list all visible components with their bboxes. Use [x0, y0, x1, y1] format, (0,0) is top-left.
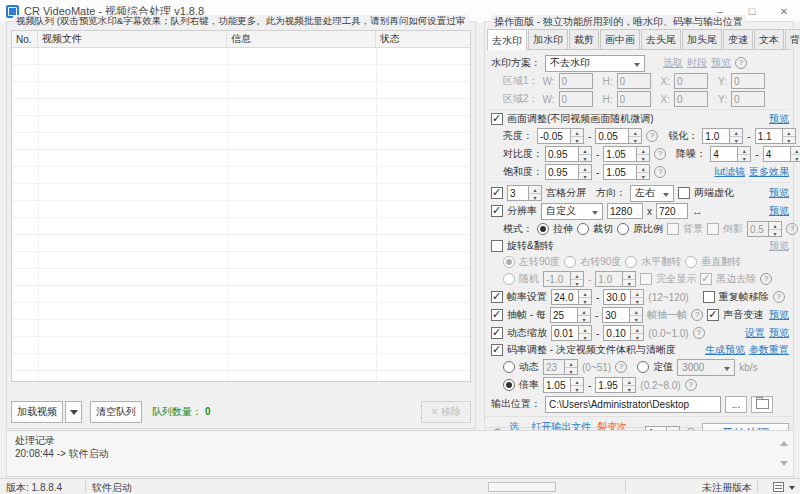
extract-max-input[interactable]: [602, 307, 630, 323]
spinner[interactable]: [631, 289, 644, 305]
tray-grid-icon[interactable]: [773, 482, 784, 492]
framerate-checkbox[interactable]: [491, 291, 503, 303]
extract-preview-link[interactable]: 预览: [769, 308, 789, 322]
spinner[interactable]: [579, 146, 592, 162]
open-folder-button[interactable]: [751, 396, 773, 413]
generate-preview-link[interactable]: 生成预览: [705, 343, 745, 357]
saturation-min-input[interactable]: [545, 164, 579, 180]
browse-button[interactable]: ...: [725, 396, 747, 413]
framerate-min-input[interactable]: [551, 289, 579, 305]
tab-add-ends[interactable]: 加头尾: [682, 29, 722, 49]
tab-add-watermark[interactable]: 加水印: [528, 29, 568, 49]
tab-remove-watermark[interactable]: 去水印: [487, 29, 527, 50]
swap-dimensions-icon[interactable]: ↔: [692, 205, 703, 217]
column-header-no[interactable]: No.: [12, 31, 38, 47]
zoom-max-input[interactable]: [603, 325, 631, 341]
sharpen-max-input[interactable]: [755, 128, 783, 144]
zoom-min-input[interactable]: [551, 325, 579, 341]
resolution-width-input[interactable]: [607, 203, 643, 219]
spinner[interactable]: [783, 128, 796, 144]
resolution-mode-select[interactable]: 自定义: [541, 203, 603, 220]
audio-speed-checkbox[interactable]: [707, 309, 719, 321]
mult-min-input[interactable]: [543, 377, 571, 393]
queue-table[interactable]: No. 视频文件 信息 状态: [11, 30, 471, 382]
help-icon[interactable]: [691, 309, 703, 321]
help-icon[interactable]: [760, 273, 772, 285]
grid-count-input[interactable]: [507, 185, 529, 201]
resolution-preview-link[interactable]: 预览: [769, 204, 789, 218]
resolution-height-input[interactable]: [656, 203, 688, 219]
bitrate-checkbox[interactable]: [491, 344, 503, 356]
help-icon[interactable]: [646, 130, 658, 142]
dup-frame-checkbox[interactable]: [703, 291, 715, 303]
tab-trim-ends[interactable]: 去头尾: [641, 29, 681, 49]
load-video-dropdown-icon[interactable]: [65, 401, 82, 423]
rotate-checkbox[interactable]: [491, 240, 503, 252]
dynamic-zoom-checkbox[interactable]: [491, 327, 503, 339]
spinner[interactable]: [629, 128, 642, 144]
scroll-up-icon[interactable]: [780, 441, 788, 446]
help-icon[interactable]: [654, 148, 666, 160]
spinner[interactable]: [571, 377, 584, 393]
queue-table-body[interactable]: [12, 48, 470, 381]
output-path-input[interactable]: [545, 396, 721, 413]
tab-text[interactable]: 文本: [754, 29, 784, 49]
zoom-settings-link[interactable]: 设置: [745, 326, 765, 340]
ratio-radio[interactable]: [617, 223, 629, 235]
help-icon[interactable]: [615, 361, 627, 373]
column-header-info[interactable]: 信息: [227, 31, 376, 47]
spinner[interactable]: [630, 307, 643, 323]
tab-crop[interactable]: 裁剪: [569, 29, 599, 49]
brightness-min-input[interactable]: [537, 128, 571, 144]
adjust-preview-link[interactable]: 预览: [769, 112, 789, 126]
bitrate-dynamic-radio[interactable]: [503, 361, 515, 373]
grid-split-checkbox[interactable]: [491, 187, 503, 199]
tab-speed[interactable]: 变速: [723, 29, 753, 49]
grid-preview-link[interactable]: 预览: [769, 186, 789, 200]
brightness-max-input[interactable]: [595, 128, 629, 144]
scroll-down-icon[interactable]: [780, 461, 788, 466]
close-icon[interactable]: [768, 0, 800, 22]
spinner[interactable]: [637, 146, 650, 162]
load-video-button[interactable]: 加载视频: [11, 401, 63, 423]
spinner[interactable]: [623, 377, 636, 393]
framerate-max-input[interactable]: [603, 289, 631, 305]
spinner[interactable]: [571, 128, 584, 144]
spinner[interactable]: [730, 128, 743, 144]
denoise-max-input[interactable]: [763, 146, 791, 162]
crop-radio[interactable]: [577, 223, 589, 235]
column-header-state[interactable]: 状态: [376, 31, 470, 47]
contrast-max-input[interactable]: [603, 146, 637, 162]
spinner[interactable]: [791, 146, 800, 162]
help-icon[interactable]: [685, 379, 697, 391]
help-icon[interactable]: [654, 166, 666, 178]
spinner[interactable]: [631, 325, 644, 341]
denoise-min-input[interactable]: [710, 146, 738, 162]
help-icon[interactable]: [773, 291, 785, 303]
sharpen-min-input[interactable]: [702, 128, 730, 144]
zoom-preview-link[interactable]: 预览: [769, 326, 789, 340]
edge-blur-checkbox[interactable]: [678, 187, 690, 199]
spinner[interactable]: [529, 185, 542, 201]
reset-params-link[interactable]: 参数重置: [749, 343, 789, 357]
spinner[interactable]: [738, 146, 751, 162]
extract-min-input[interactable]: [550, 307, 578, 323]
help-icon[interactable]: [735, 57, 747, 69]
adjust-checkbox[interactable]: [491, 113, 503, 125]
more-effects-link[interactable]: 更多效果: [749, 165, 789, 179]
spinner[interactable]: [637, 164, 650, 180]
help-icon[interactable]: [693, 327, 705, 339]
bitrate-fixed-radio[interactable]: [637, 361, 649, 373]
tray-caret-icon[interactable]: [789, 486, 795, 490]
clear-queue-button[interactable]: 清空队列: [90, 401, 142, 423]
stretch-radio[interactable]: [537, 223, 549, 235]
contrast-min-input[interactable]: [545, 146, 579, 162]
column-header-file[interactable]: 视频文件: [38, 31, 227, 47]
mult-max-input[interactable]: [595, 377, 623, 393]
resolution-checkbox[interactable]: [491, 205, 503, 217]
direction-select[interactable]: 左右: [630, 185, 674, 202]
help-icon[interactable]: [786, 223, 798, 235]
spinner[interactable]: [579, 289, 592, 305]
spinner[interactable]: [578, 307, 591, 323]
tab-bgm[interactable]: 背景音: [785, 29, 800, 49]
